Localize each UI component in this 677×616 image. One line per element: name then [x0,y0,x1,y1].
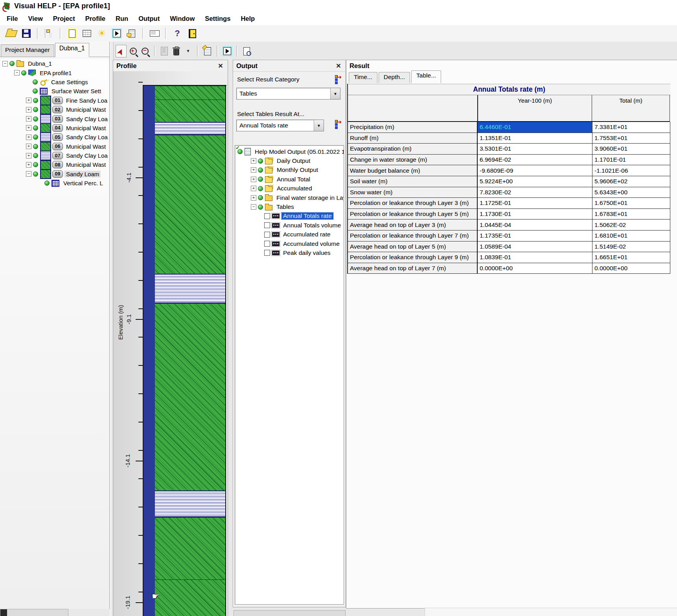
menu-run[interactable]: Run [110,15,133,22]
value-cell[interactable]: 1.6651E+01 [592,252,670,263]
collapse-icon[interactable]: − [251,204,256,210]
clipboard-button[interactable] [159,45,169,57]
tree-item[interactable]: Peak daily values [235,248,344,257]
zoom-in-button[interactable] [128,45,138,57]
unchecked-checkbox[interactable] [264,250,270,256]
unchecked-checkbox[interactable] [264,232,270,238]
tables-tree-icon[interactable] [335,119,340,129]
tree-item[interactable]: −09Sandy Loam [0,170,109,179]
expand-icon[interactable]: + [26,144,31,149]
expand-icon[interactable]: + [251,177,256,182]
dropdown-button[interactable] [183,45,193,57]
soil-column[interactable] [143,85,226,616]
value-cell[interactable]: 3.5301E-01 [478,144,592,155]
tab-table[interactable]: Table... [411,70,441,83]
tree-item[interactable]: Case Settings [0,77,109,87]
value-cell[interactable]: 5.9606E+02 [592,176,670,187]
menu-view[interactable]: View [23,15,48,22]
menu-help[interactable]: Help [235,15,260,22]
collapse-icon[interactable]: − [26,171,31,177]
value-cell[interactable]: 1.0589E-04 [478,242,592,253]
tree-item[interactable]: +Daily Output [235,156,344,165]
menu-profile[interactable]: Profile [80,15,110,22]
value-cell[interactable]: 0.0000E+00 [592,263,670,274]
menu-file[interactable]: File [2,15,23,22]
edit-profile-button[interactable] [202,45,213,57]
tree-item[interactable]: +Annual Total [235,175,344,184]
value-cell[interactable]: 1.1701E-01 [592,155,670,166]
tree-item[interactable]: +01Fine Sandy Loa [0,96,109,105]
tables-result-dropdown[interactable]: Annual Totals rate ▼ [236,120,324,131]
save-button[interactable] [20,27,33,40]
category-tree-icon[interactable] [335,74,340,84]
value-cell[interactable]: 1.5062E-02 [592,219,670,231]
tree-item[interactable]: +08Municipal Wast [0,160,109,169]
expand-icon[interactable]: + [251,158,256,164]
unchecked-checkbox[interactable] [264,222,270,228]
report-button[interactable] [125,27,138,40]
tree-item[interactable]: Vertical Perc. L [0,179,109,188]
tab-project-manager[interactable]: Project Manager [1,44,54,57]
tree-item[interactable]: Annual Totals volume [235,221,344,230]
expand-icon[interactable]: + [251,186,256,191]
collapse-icon[interactable]: − [2,61,8,66]
expand-icon[interactable]: + [251,195,256,201]
run-button[interactable] [110,27,123,40]
project-horizontal-scrollbar[interactable] [0,609,68,616]
tab-depth[interactable]: Depth... [379,72,410,83]
preview-button[interactable] [241,45,252,57]
menu-output[interactable]: Output [133,15,165,22]
expand-icon[interactable]: + [26,116,31,122]
tree-item[interactable]: +Monthly Output [235,166,344,175]
exit-button[interactable] [186,27,199,40]
tab-time[interactable]: Time... [349,72,377,83]
tree-item[interactable]: Accumulated volume [235,239,344,248]
value-cell[interactable]: 1.1730E-01 [478,209,592,220]
value-cell[interactable]: 3.9060E+01 [592,144,670,155]
value-cell[interactable]: 1.1351E-01 [478,133,592,144]
value-cell[interactable]: 1.1725E-01 [478,198,592,209]
close-icon[interactable]: ✕ [217,62,224,70]
expand-icon[interactable]: + [26,107,31,113]
tree-item[interactable]: +05Sandy Clay Loa [0,133,109,142]
expand-icon[interactable]: + [251,167,256,173]
run-button[interactable] [222,45,232,57]
tree-item[interactable]: +Accumulated [235,184,344,193]
tab-dubna-1[interactable]: Dubna_1 [55,43,89,57]
menu-window[interactable]: Window [165,15,200,22]
chevron-down-icon[interactable]: ▼ [330,88,340,99]
value-cell[interactable]: 1.1735E-01 [478,231,592,242]
value-cell[interactable]: 1.0839E-01 [478,252,592,263]
unchecked-checkbox[interactable] [264,241,270,247]
collapse-icon[interactable]: − [14,70,20,76]
tree-item[interactable]: +04Municipal Wast [0,124,109,133]
value-cell[interactable]: 1.6783E+01 [592,209,670,220]
value-cell[interactable]: 6.9694E-02 [478,155,592,166]
zoom-out-button[interactable] [140,45,150,57]
value-cell[interactable]: 1.7553E+01 [592,133,670,144]
expand-icon[interactable]: + [26,162,31,168]
project-tree-button[interactable] [42,27,56,40]
value-cell[interactable]: 1.0445E-04 [478,219,592,231]
tree-item[interactable]: +03Sandy Clay Loa [0,114,109,123]
tree-item[interactable]: −Dubna_1 [0,59,109,68]
menu-settings[interactable]: Settings [200,15,235,22]
sun-button[interactable] [95,27,109,40]
value-cell[interactable]: -1.1021E-06 [592,165,670,176]
tree-item[interactable]: Help Model Output (05.01.2022 18:01 [235,147,344,156]
expand-icon[interactable]: + [26,98,31,103]
delete-button[interactable] [171,45,181,57]
tree-item[interactable]: +02Municipal Wast [0,105,109,114]
value-cell[interactable]: 0.0000E+00 [478,263,592,274]
value-cell[interactable]: 7.8230E-02 [478,187,592,198]
tree-item[interactable]: +07Sandy Clay Loa [0,151,109,160]
chevron-down-icon[interactable]: ▼ [314,120,324,131]
tree-item[interactable]: +06Municipal Wast [0,142,109,151]
close-icon[interactable]: ✕ [335,62,342,70]
new-document-button[interactable] [65,27,79,40]
value-cell[interactable]: 1.6750E+01 [592,198,670,209]
mail-button[interactable] [148,27,161,40]
result-horizontal-scrollbar[interactable] [425,608,677,616]
checked-checkbox[interactable] [264,213,270,219]
table-view-button[interactable] [80,27,94,40]
